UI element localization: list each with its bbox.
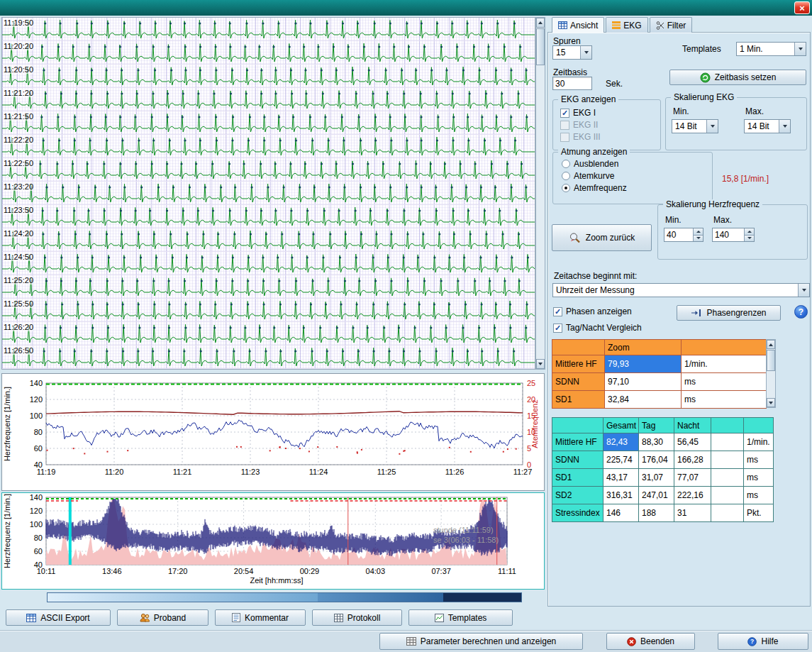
table-row[interactable]: Mittlere HF79,931/min.: [552, 355, 767, 373]
ecg-row[interactable]: 11:21:20: [2, 88, 535, 111]
beenden-button[interactable]: Beenden: [606, 633, 695, 650]
chevron-down-icon[interactable]: [706, 120, 718, 133]
table-cell[interactable]: 56,45: [674, 433, 711, 451]
table-row[interactable]: SD132,84ms: [552, 391, 767, 409]
spin-down-button[interactable]: [745, 236, 754, 242]
close-button[interactable]: ×: [794, 1, 810, 14]
checkbox-ekg-iii[interactable]: EKG III: [560, 132, 601, 142]
table-cell[interactable]: SDNN: [552, 451, 604, 469]
table-cell[interactable]: [711, 451, 744, 469]
table-cell[interactable]: 31,07: [639, 469, 674, 487]
radio-atemkurve[interactable]: Atemkurve: [562, 171, 614, 181]
table-cell[interactable]: ms: [744, 469, 774, 487]
hf-min-spinner[interactable]: 40: [664, 228, 703, 242]
scroll-up-button[interactable]: [767, 340, 775, 349]
table-cell[interactable]: 146: [604, 504, 639, 522]
ascii-export-button[interactable]: ASCII Export: [6, 609, 111, 626]
checkbox-phasen-anzeigen[interactable]: ✓Phasen anzeigen: [553, 306, 632, 316]
table-cell[interactable]: 1/min.: [744, 433, 774, 451]
timeline-segment-1[interactable]: [48, 593, 318, 602]
radio-atemfrequenz[interactable]: Atemfrequenz: [562, 183, 627, 193]
tab-ekg[interactable]: EKG: [606, 17, 647, 33]
table-cell[interactable]: 1/min.: [682, 355, 767, 373]
ecg-row[interactable]: 11:26:20: [2, 322, 535, 346]
timeline-segment-2[interactable]: [318, 593, 443, 602]
ecg-row[interactable]: 11:22:50: [2, 158, 535, 182]
ecg-row[interactable]: 11:21:50: [2, 111, 535, 135]
table-cell[interactable]: 43,17: [604, 469, 639, 487]
spin-up-button[interactable]: [745, 228, 754, 236]
hilfe-button[interactable]: ?Hilfe: [718, 633, 808, 650]
table-cell[interactable]: [711, 469, 744, 487]
zeitbasis-setzen-button[interactable]: Zeitbasis setzen: [669, 70, 806, 85]
table-cell[interactable]: 82,43: [604, 433, 639, 451]
spin-up-button[interactable]: [694, 228, 703, 236]
hr-zoom-chart[interactable]: 40608010012014011:1911:2011:2111:2311:24…: [1, 373, 545, 491]
table-cell[interactable]: [711, 504, 744, 522]
skal-ekg-min-select[interactable]: 14 Bit: [672, 119, 718, 133]
proband-button[interactable]: Proband: [117, 609, 208, 626]
chevron-down-icon[interactable]: [798, 284, 809, 297]
table-cell[interactable]: Mittlere HF: [552, 355, 605, 373]
ecg-row[interactable]: 11:20:50: [2, 65, 535, 88]
scroll-thumb[interactable]: [767, 350, 775, 371]
ecg-row[interactable]: 11:25:50: [2, 299, 535, 322]
phasengrenzen-button[interactable]: Phasengrenzen: [677, 305, 781, 321]
ecg-strip-panel[interactable]: 11:19:5011:20:2011:20:5011:21:2011:21:50…: [1, 17, 535, 370]
checkbox-ekg-i[interactable]: ✓EKG I: [560, 108, 596, 118]
zoom-zurueck-button[interactable]: Zoom zurück: [552, 224, 652, 251]
table-cell[interactable]: 32,84: [605, 391, 682, 409]
tab-ansicht[interactable]: Ansicht: [552, 17, 604, 33]
table-row[interactable]: Mittlere HF82,4388,3056,451/min.: [552, 433, 774, 451]
help-button[interactable]: ?: [794, 305, 808, 319]
table-cell[interactable]: [711, 487, 744, 504]
ecg-row[interactable]: 11:22:20: [2, 135, 535, 158]
scroll-thumb[interactable]: [536, 28, 545, 65]
table-cell[interactable]: 176,04: [639, 451, 674, 469]
table-cell[interactable]: Stressindex: [552, 504, 604, 522]
parameter-berechnen-button[interactable]: Parameter berechnen und anzeigen: [379, 633, 583, 650]
table-cell[interactable]: 225,74: [604, 451, 639, 469]
spin-down-button[interactable]: [694, 236, 703, 242]
table-cell[interactable]: ms: [744, 487, 774, 504]
ecg-scrollbar[interactable]: [535, 17, 545, 370]
checkbox-ekg-ii[interactable]: EKG II: [560, 120, 598, 130]
table-cell[interactable]: 247,01: [639, 487, 674, 504]
zoom-table-scrollbar[interactable]: [766, 339, 776, 408]
ecg-row[interactable]: 11:23:50: [2, 205, 535, 228]
hr-overview-chart[interactable]: 40608010012014010:1113:4617:2020:5400:29…: [1, 492, 545, 590]
table-cell[interactable]: 79,93: [605, 355, 682, 373]
table-cell[interactable]: SDNN: [552, 373, 605, 391]
table-row[interactable]: Stressindex14618831Pkt.: [552, 504, 774, 522]
table-cell[interactable]: ms: [682, 373, 767, 391]
table-cell[interactable]: ms: [682, 391, 767, 409]
templates-select[interactable]: 1 Min.: [736, 42, 806, 56]
table-cell[interactable]: SD1: [552, 391, 605, 409]
table-cell[interactable]: [711, 433, 744, 451]
scroll-up-button[interactable]: [536, 18, 545, 28]
table-cell[interactable]: 77,07: [674, 469, 711, 487]
zeitachse-select[interactable]: Uhrzeit der Messung: [552, 283, 810, 297]
table-cell[interactable]: SD1: [552, 469, 604, 487]
table-cell[interactable]: ms: [744, 451, 774, 469]
table-row[interactable]: SDNN97,10ms: [552, 373, 767, 391]
table-cell[interactable]: SD2: [552, 487, 604, 504]
ecg-row[interactable]: 11:20:20: [2, 41, 535, 65]
ecg-row[interactable]: 11:24:50: [2, 252, 535, 275]
chevron-down-icon[interactable]: [779, 120, 790, 133]
chevron-down-icon[interactable]: [580, 46, 591, 59]
table-cell[interactable]: 188: [639, 504, 674, 522]
ecg-row[interactable]: 11:25:20: [2, 275, 535, 299]
scroll-down-button[interactable]: [536, 359, 545, 369]
spuren-select[interactable]: 15: [552, 45, 592, 60]
table-row[interactable]: SDNN225,74176,04166,28ms: [552, 451, 774, 469]
table-row[interactable]: SD143,1731,0777,07ms: [552, 469, 774, 487]
table-cell[interactable]: Pkt.: [744, 504, 774, 522]
checkbox-tag-nacht[interactable]: ✓Tag/Nacht Vergleich: [553, 323, 642, 333]
protokoll-button[interactable]: Protokoll: [312, 609, 402, 626]
zeitbasis-input[interactable]: [552, 77, 592, 90]
table-cell[interactable]: 222,16: [674, 487, 711, 504]
templates-button[interactable]: Templates: [408, 609, 513, 626]
ecg-row[interactable]: 11:23:20: [2, 182, 535, 205]
ecg-row[interactable]: 11:24:20: [2, 228, 535, 252]
